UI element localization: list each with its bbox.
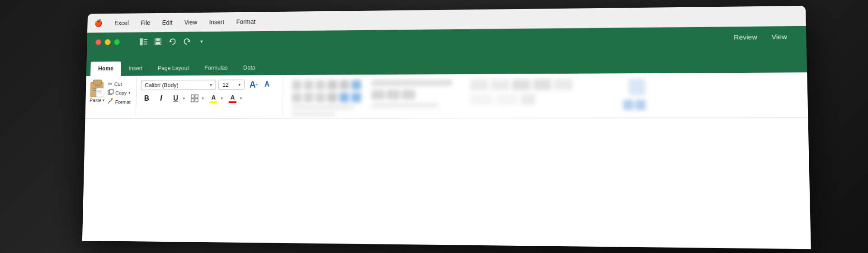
tab-page-layout[interactable]: Page Layout <box>150 61 197 75</box>
ribbon-header: ▼ Review View Home Insert Page Layout <box>86 26 807 76</box>
paste-icon <box>89 80 105 98</box>
font-color-dropdown-arrow[interactable]: ▾ <box>239 95 243 101</box>
border-dropdown-arrow[interactable]: ▾ <box>201 95 205 102</box>
svg-point-20 <box>111 98 113 100</box>
font-size-dropdown-arrow: ▾ <box>238 82 241 87</box>
svg-rect-10 <box>93 80 102 84</box>
svg-rect-1 <box>144 39 147 40</box>
copy-icon <box>108 89 113 96</box>
increase-font-size-button[interactable]: A+ <box>248 79 259 90</box>
menu-format[interactable]: Format <box>235 17 257 26</box>
highlight-color-button-group: A ▾ <box>208 92 224 104</box>
highlight-color-indicator <box>210 101 217 103</box>
cut-icon: ✂ <box>108 81 113 87</box>
font-row2: B I U ▾ <box>141 92 278 104</box>
tab-insert[interactable]: Insert <box>121 61 150 76</box>
svg-rect-19 <box>109 89 113 94</box>
paste-label: Paste <box>90 98 102 103</box>
font-family-select[interactable]: Calibri (Body) ▾ <box>141 80 216 90</box>
tab-formulas[interactable]: Formulas <box>197 61 236 76</box>
maximize-button[interactable] <box>114 39 120 45</box>
svg-marker-7 <box>170 40 172 42</box>
excel-window: 🍎 Excel File Edit View Insert Format <box>82 6 811 249</box>
svg-rect-23 <box>191 99 194 102</box>
svg-rect-17 <box>97 93 102 93</box>
blur-far-right <box>599 79 646 110</box>
blur-alignment-group <box>292 80 363 116</box>
blur-number-group <box>371 80 461 108</box>
svg-rect-14 <box>96 88 104 97</box>
underline-dropdown-arrow[interactable]: ▾ <box>182 95 186 102</box>
sidebar-toggle-icon[interactable] <box>137 36 150 48</box>
close-button[interactable] <box>95 39 101 45</box>
tab-home[interactable]: Home <box>90 61 121 76</box>
font-color-indicator <box>229 101 236 103</box>
ribbon-toolbar: Paste ▾ ✂ Cut <box>85 72 808 118</box>
paste-dropdown-arrow[interactable]: ▾ <box>102 98 104 103</box>
font-row1: Calibri (Body) ▾ 12 ▾ A+ A- <box>141 79 278 91</box>
svg-rect-22 <box>195 95 198 98</box>
svg-rect-6 <box>156 42 160 44</box>
svg-rect-21 <box>191 95 194 98</box>
svg-rect-0 <box>140 38 143 45</box>
svg-rect-16 <box>97 91 101 92</box>
tab-data[interactable]: Data <box>236 61 263 75</box>
paste-button[interactable]: Paste ▾ <box>89 80 106 103</box>
clipboard-actions: ✂ Cut Copy ▾ <box>107 80 132 106</box>
save-icon[interactable] <box>152 36 164 48</box>
window-controls <box>95 39 120 45</box>
minimize-button[interactable] <box>104 39 110 46</box>
svg-rect-15 <box>97 90 102 90</box>
border-button-group: ▾ <box>189 92 205 104</box>
highlight-dropdown-arrow[interactable]: ▾ <box>220 95 224 102</box>
font-color-button[interactable]: A <box>226 92 239 104</box>
font-family-dropdown-arrow: ▾ <box>210 82 212 87</box>
svg-rect-5 <box>156 39 160 41</box>
svg-rect-3 <box>143 43 147 44</box>
menu-file[interactable]: File <box>139 18 152 27</box>
undo-icon[interactable] <box>166 35 179 47</box>
format-painter-icon <box>108 98 113 105</box>
menu-insert[interactable]: Insert <box>208 17 226 26</box>
font-color-button-group: A ▾ <box>226 92 243 104</box>
redo-icon[interactable] <box>181 35 193 47</box>
cut-button[interactable]: ✂ Cut <box>107 80 132 88</box>
svg-rect-24 <box>195 99 198 102</box>
bold-button[interactable]: B <box>141 92 153 104</box>
menu-excel[interactable]: Excel <box>113 19 131 28</box>
copy-button[interactable]: Copy ▾ <box>107 89 132 97</box>
ribbon-header-menu: Review View <box>734 33 787 41</box>
spreadsheet-body <box>82 118 811 249</box>
apple-logo-icon: 🍎 <box>94 19 103 27</box>
highlight-color-button[interactable]: A <box>208 92 220 104</box>
qat-dropdown-icon[interactable]: ▼ <box>195 35 208 47</box>
underline-button-group: U ▾ <box>170 92 186 104</box>
menu-view[interactable]: View <box>183 18 199 27</box>
quick-access-toolbar: ▼ <box>137 35 208 48</box>
border-button[interactable] <box>189 92 201 104</box>
menu-view-right[interactable]: View <box>771 33 787 41</box>
copy-dropdown-arrow[interactable]: ▾ <box>128 90 131 95</box>
menu-review[interactable]: Review <box>734 33 757 41</box>
font-size-select[interactable]: 12 ▾ <box>218 80 245 90</box>
clipboard-section: Paste ▾ ✂ Cut <box>85 78 137 117</box>
decrease-font-size-button[interactable]: A- <box>262 79 273 90</box>
underline-button[interactable]: U <box>170 92 182 104</box>
italic-button[interactable]: I <box>155 92 167 104</box>
svg-rect-2 <box>144 42 147 42</box>
font-section: Calibri (Body) ▾ 12 ▾ A+ A- <box>136 77 283 117</box>
format-painter-button[interactable]: Format <box>107 98 132 106</box>
blurred-right-sections <box>283 74 808 116</box>
blur-styles-group <box>470 79 599 105</box>
menu-edit[interactable]: Edit <box>160 18 175 27</box>
svg-marker-8 <box>188 40 190 42</box>
svg-rect-11 <box>95 85 101 86</box>
